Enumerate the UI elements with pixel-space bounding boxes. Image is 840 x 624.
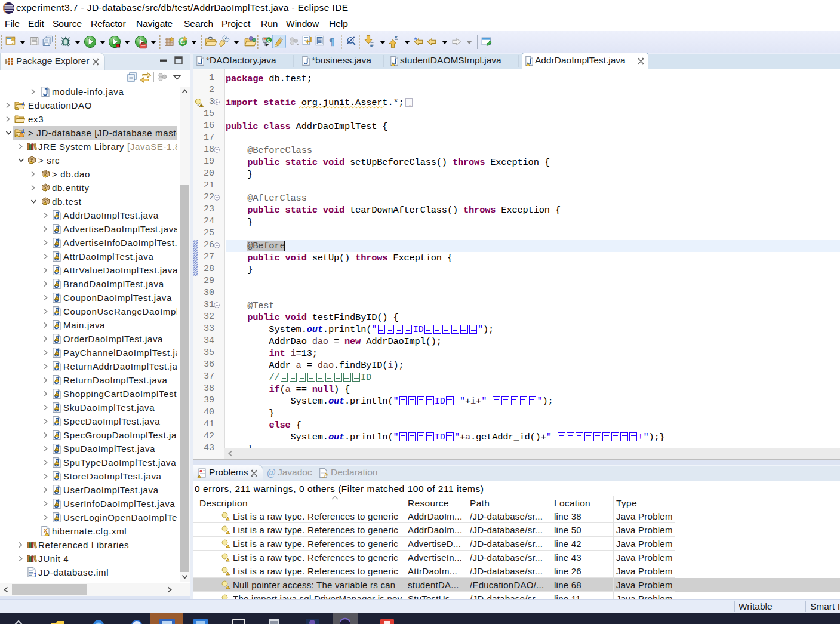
svg-text:C: C [267,38,271,43]
svg-text:¶: ¶ [329,36,334,47]
svg-text:?: ? [33,571,36,577]
